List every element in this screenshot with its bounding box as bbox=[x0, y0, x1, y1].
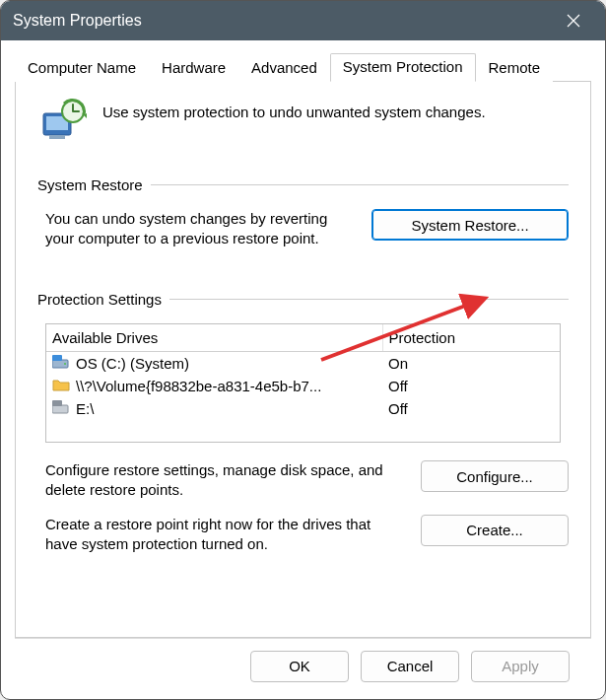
drives-table-box: Available Drives Protection bbox=[45, 323, 561, 444]
close-button[interactable] bbox=[554, 1, 593, 40]
drive-protection: Off bbox=[382, 397, 560, 420]
divider bbox=[169, 299, 569, 300]
table-row[interactable]: OS (C:) (System) On bbox=[46, 352, 560, 376]
configure-row: Configure restore settings, manage disk … bbox=[45, 460, 569, 501]
group-header: Protection Settings bbox=[37, 291, 569, 308]
window-title: System Properties bbox=[13, 12, 554, 30]
group-title: Protection Settings bbox=[37, 291, 162, 308]
drive-name: E:\ bbox=[70, 397, 382, 420]
restore-desc: You can undo system changes by reverting… bbox=[45, 209, 352, 249]
group-title: System Restore bbox=[37, 176, 143, 193]
col-header-protection[interactable]: Protection bbox=[382, 324, 560, 352]
tab-advanced[interactable]: Advanced bbox=[238, 54, 330, 82]
divider bbox=[151, 184, 569, 185]
drive-protection: Off bbox=[382, 375, 560, 397]
close-icon bbox=[567, 14, 580, 28]
drives-table: Available Drives Protection bbox=[46, 324, 560, 443]
disk-icon bbox=[52, 400, 70, 414]
svg-rect-2 bbox=[49, 135, 65, 139]
col-header-drives[interactable]: Available Drives bbox=[46, 324, 382, 352]
create-button[interactable]: Create... bbox=[421, 515, 569, 546]
create-desc: Create a restore point right now for the… bbox=[45, 515, 401, 555]
system-restore-button[interactable]: System Restore... bbox=[371, 209, 569, 241]
tab-panel: Use system protection to undo unwanted s… bbox=[15, 82, 591, 638]
configure-desc: Configure restore settings, manage disk … bbox=[45, 460, 401, 501]
protection-settings-group: Protection Settings Available Drives Pro… bbox=[37, 291, 569, 555]
svg-rect-6 bbox=[52, 355, 62, 361]
content-area: Computer Name Hardware Advanced System P… bbox=[1, 40, 605, 699]
folder-icon bbox=[52, 378, 70, 391]
tab-hardware[interactable]: Hardware bbox=[149, 54, 238, 82]
tab-system-protection[interactable]: System Protection bbox=[330, 53, 476, 82]
drive-name: OS (C:) (System) bbox=[70, 352, 382, 376]
drive-icon-cell bbox=[46, 352, 70, 376]
drive-protection: On bbox=[382, 352, 560, 376]
cancel-button[interactable]: Cancel bbox=[361, 651, 459, 682]
restore-row: You can undo system changes by reverting… bbox=[45, 209, 569, 249]
disk-icon bbox=[52, 355, 70, 369]
svg-rect-8 bbox=[52, 405, 68, 413]
tab-remote[interactable]: Remote bbox=[476, 54, 554, 82]
system-restore-group: System Restore You can undo system chang… bbox=[37, 176, 569, 249]
ok-button[interactable]: OK bbox=[250, 651, 349, 682]
drive-icon-cell bbox=[46, 397, 70, 420]
drive-icon-cell bbox=[46, 375, 70, 397]
tab-computer-name[interactable]: Computer Name bbox=[15, 54, 149, 82]
intro-text: Use system protection to undo unwanted s… bbox=[102, 98, 486, 120]
group-header: System Restore bbox=[37, 176, 569, 193]
table-row[interactable]: \\?\Volume{f98832be-a831-4e5b-b7... Off bbox=[46, 375, 560, 397]
configure-button[interactable]: Configure... bbox=[421, 460, 569, 492]
system-protection-icon bbox=[37, 98, 87, 147]
create-row: Create a restore point right now for the… bbox=[45, 515, 569, 555]
apply-button[interactable]: Apply bbox=[471, 651, 570, 682]
system-properties-window: System Properties Computer Name Hardware… bbox=[0, 0, 606, 700]
titlebar: System Properties bbox=[1, 1, 605, 40]
table-row[interactable]: E:\ Off bbox=[46, 397, 560, 420]
svg-point-7 bbox=[64, 363, 66, 365]
dialog-footer: OK Cancel Apply bbox=[15, 638, 591, 693]
tab-strip: Computer Name Hardware Advanced System P… bbox=[15, 52, 591, 82]
intro-row: Use system protection to undo unwanted s… bbox=[37, 98, 569, 147]
svg-rect-9 bbox=[52, 400, 62, 406]
drive-name: \\?\Volume{f98832be-a831-4e5b-b7... bbox=[70, 375, 382, 397]
